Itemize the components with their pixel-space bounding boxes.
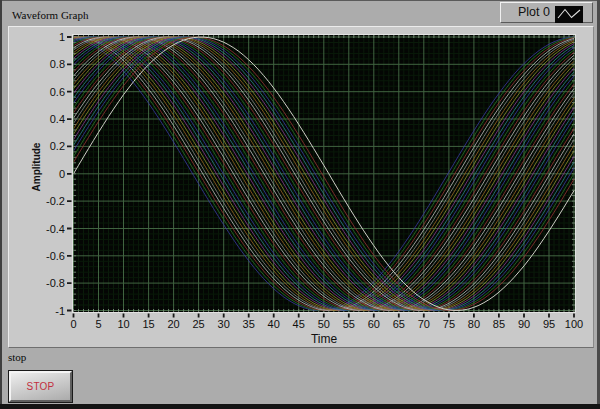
svg-text:45: 45 <box>293 318 305 330</box>
svg-text:60: 60 <box>368 318 380 330</box>
svg-text:85: 85 <box>493 318 505 330</box>
svg-text:0.6: 0.6 <box>50 86 65 98</box>
svg-text:-0.6: -0.6 <box>46 250 65 262</box>
svg-text:0: 0 <box>70 318 76 330</box>
svg-text:Time: Time <box>311 332 338 346</box>
svg-text:90: 90 <box>518 318 530 330</box>
svg-text:40: 40 <box>268 318 280 330</box>
svg-text:-0.4: -0.4 <box>46 223 65 235</box>
svg-text:15: 15 <box>142 318 154 330</box>
svg-text:0.2: 0.2 <box>50 140 65 152</box>
svg-text:30: 30 <box>218 318 230 330</box>
svg-text:10: 10 <box>117 318 129 330</box>
svg-text:55: 55 <box>343 318 355 330</box>
svg-text:75: 75 <box>443 318 455 330</box>
svg-text:80: 80 <box>468 318 480 330</box>
svg-text:25: 25 <box>192 318 204 330</box>
svg-text:65: 65 <box>393 318 405 330</box>
svg-text:50: 50 <box>318 318 330 330</box>
svg-text:Amplitude: Amplitude <box>31 142 42 191</box>
svg-text:0.8: 0.8 <box>50 58 65 70</box>
svg-text:20: 20 <box>167 318 179 330</box>
svg-text:-1: -1 <box>55 305 65 317</box>
svg-text:0: 0 <box>59 168 65 180</box>
svg-text:70: 70 <box>418 318 430 330</box>
svg-text:100: 100 <box>565 318 583 330</box>
svg-text:0.4: 0.4 <box>50 113 65 125</box>
svg-text:1: 1 <box>59 31 65 43</box>
svg-text:-0.8: -0.8 <box>46 277 65 289</box>
svg-text:35: 35 <box>243 318 255 330</box>
svg-text:5: 5 <box>95 318 101 330</box>
svg-text:95: 95 <box>543 318 555 330</box>
svg-text:-0.2: -0.2 <box>46 195 65 207</box>
